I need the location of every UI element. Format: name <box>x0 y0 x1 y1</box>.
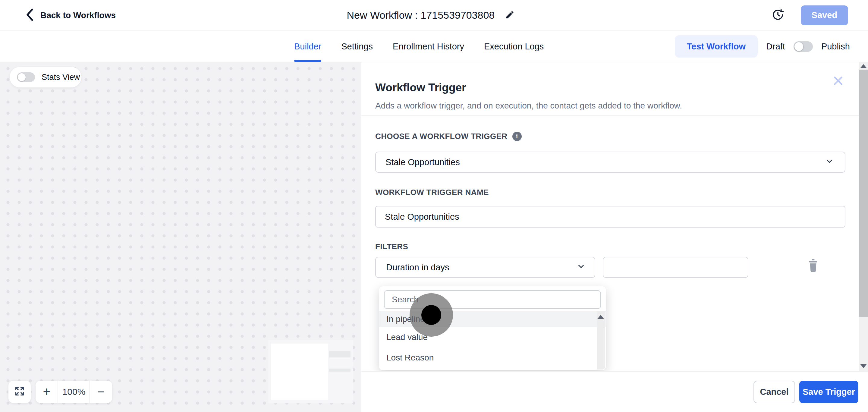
tab-settings[interactable]: Settings <box>341 31 373 62</box>
stats-view-label: Stats View <box>41 73 80 82</box>
cancel-button[interactable]: Cancel <box>753 381 795 403</box>
header-right-group: Saved <box>771 0 848 30</box>
draft-label: Draft <box>766 41 785 52</box>
workflow-canvas[interactable]: Stats View + 100% − <box>0 62 361 412</box>
trigger-type-value: Stale Opportunities <box>385 157 460 167</box>
scrollbar-thumb[interactable] <box>859 70 868 317</box>
close-icon[interactable] <box>831 74 845 88</box>
back-to-workflows-button[interactable]: Back to Workflows <box>25 0 116 30</box>
test-workflow-button[interactable]: Test Workflow <box>675 35 758 58</box>
publish-toggle-knob <box>795 42 803 51</box>
filter-field-value: Duration in days <box>386 262 450 273</box>
trigger-name-input[interactable] <box>375 206 845 227</box>
save-trigger-button[interactable]: Save Trigger <box>799 381 858 403</box>
node-preview-image <box>271 344 328 400</box>
choose-trigger-label-row: CHOOSE A WORKFLOW TRIGGER i <box>375 132 522 141</box>
tab-builder[interactable]: Builder <box>294 31 321 62</box>
canvas-node-preview <box>268 340 353 403</box>
zoom-out-button[interactable]: − <box>90 381 112 403</box>
zoom-level: 100% <box>58 381 90 403</box>
zoom-in-button[interactable]: + <box>36 381 58 403</box>
panel-scrollbar[interactable] <box>859 62 868 371</box>
tab-enrollment-history[interactable]: Enrollment History <box>393 31 464 62</box>
pencil-icon[interactable] <box>505 10 515 21</box>
filter-value-input[interactable] <box>603 257 748 278</box>
stats-view-toggle[interactable] <box>17 72 35 82</box>
publish-label: Publish <box>821 41 850 52</box>
workflow-title-group: New Workflow : 1715539703808 <box>347 0 515 30</box>
dropdown-option-lost-reason[interactable]: Lost Reason <box>379 348 606 368</box>
scroll-down-arrow-icon <box>860 364 867 368</box>
saved-button[interactable]: Saved <box>801 5 848 25</box>
fit-view-button[interactable] <box>8 381 31 403</box>
tab-bar: Builder Settings Enrollment History Exec… <box>0 31 868 62</box>
dropdown-scrollbar[interactable] <box>597 311 605 370</box>
panel-footer: Cancel Save Trigger <box>361 371 868 412</box>
node-preview-bar <box>329 369 350 372</box>
stats-view-pill: Stats View <box>10 67 82 87</box>
chevron-left-icon <box>25 8 34 22</box>
touch-indicator <box>410 293 453 337</box>
scroll-up-arrow-icon <box>597 315 604 319</box>
tabs-group: Builder Settings Enrollment History Exec… <box>294 31 544 62</box>
filters-label: FILTERS <box>375 242 408 251</box>
expand-arrows-icon <box>14 385 25 398</box>
filter-field-dropdown: In pipeline Lead value Lost Reason <box>379 286 606 370</box>
workflow-builder-app: Back to Workflows New Workflow : 1715539… <box>0 0 868 412</box>
clock-history-icon[interactable] <box>771 8 784 23</box>
node-preview-bar <box>329 351 350 357</box>
touch-indicator-center <box>421 305 441 325</box>
header-divider <box>361 116 859 116</box>
panel-description: Adds a workflow trigger, and on executio… <box>375 101 682 110</box>
zoom-controls: + 100% − <box>36 381 112 403</box>
back-label: Back to Workflows <box>40 10 116 20</box>
publish-toggle[interactable] <box>794 41 813 52</box>
trigger-type-select[interactable]: Stale Opportunities <box>375 152 845 173</box>
stats-view-toggle-knob <box>18 73 26 81</box>
dropdown-option-lead-value[interactable]: Lead value <box>379 327 606 348</box>
tabbar-right-group: Test Workflow Draft Publish <box>675 31 850 62</box>
panel-title: Workflow Trigger <box>375 82 466 94</box>
workflow-title: New Workflow : 1715539703808 <box>347 9 495 21</box>
workflow-trigger-panel: Workflow Trigger Adds a workflow trigger… <box>361 62 868 412</box>
trash-icon[interactable] <box>807 258 819 274</box>
chevron-down-icon <box>577 262 586 273</box>
active-tab-underline <box>294 60 321 62</box>
filter-field-select[interactable]: Duration in days <box>375 257 595 278</box>
top-header: Back to Workflows New Workflow : 1715539… <box>0 0 868 31</box>
scroll-up-arrow-icon <box>860 64 867 68</box>
chevron-down-icon <box>825 157 834 168</box>
choose-trigger-label: CHOOSE A WORKFLOW TRIGGER <box>375 132 507 141</box>
tab-execution-logs[interactable]: Execution Logs <box>484 31 544 62</box>
info-icon[interactable]: i <box>513 132 522 141</box>
trigger-name-label: WORKFLOW TRIGGER NAME <box>375 188 489 197</box>
